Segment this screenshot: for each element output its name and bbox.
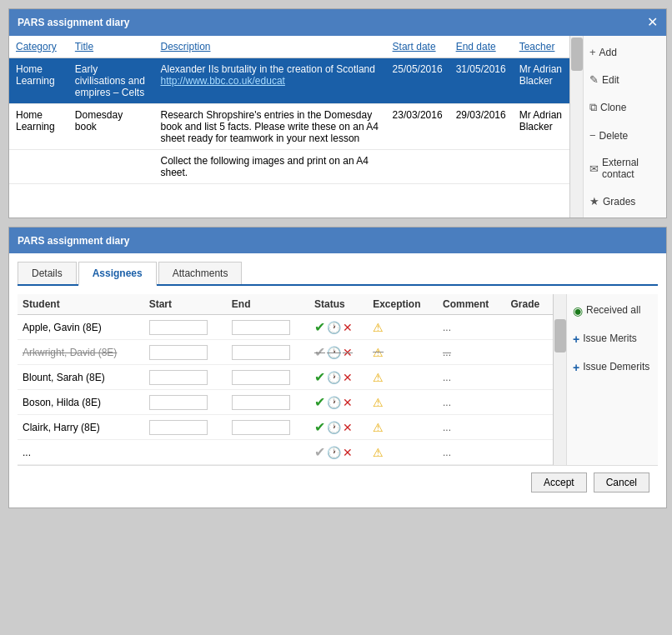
exception-cell[interactable]: ⚠ <box>368 340 438 365</box>
status-cell: ✔🕐✕ <box>309 415 368 440</box>
clock-icon[interactable]: 🕐 <box>327 446 341 459</box>
x-icon[interactable]: ✕ <box>343 421 353 434</box>
accept-button[interactable]: Accept <box>531 472 587 492</box>
top-table: Category Title Description Start date En… <box>9 36 569 184</box>
check-gray-icon[interactable]: ✔ <box>314 444 325 460</box>
status-cell: ✔🕐✕ <box>309 315 368 340</box>
warning-icon[interactable]: ⚠ <box>373 446 384 459</box>
end-date-input[interactable] <box>232 420 290 435</box>
check-icon[interactable]: ✔ <box>314 419 325 435</box>
close-button[interactable]: ✕ <box>647 16 658 29</box>
exception-cell[interactable]: ⚠ <box>368 440 438 465</box>
end-input-cell <box>227 340 309 365</box>
top-table-area: Category Title Description Start date En… <box>9 36 569 218</box>
tab-assignees[interactable]: Assignees <box>78 262 157 286</box>
received-icon: ◉ <box>573 304 583 318</box>
top-scrollbar[interactable] <box>569 36 583 218</box>
table-row[interactable]: Collect the following images and print o… <box>9 150 569 184</box>
col-category[interactable]: Category <box>9 36 68 58</box>
start-date-input[interactable] <box>149 370 208 385</box>
check-icon[interactable]: ✔ <box>314 319 325 335</box>
end-input-cell <box>227 390 309 415</box>
x-red-icon[interactable]: ✕ <box>343 446 353 459</box>
start-date-input[interactable] <box>149 420 208 435</box>
sidebar-icon: + <box>589 46 596 58</box>
clock-active-icon[interactable]: 🕐 <box>327 396 341 409</box>
sidebar-btn-external-contact[interactable]: ✉External contact <box>588 153 662 183</box>
warning-icon[interactable]: ⚠ <box>373 421 384 434</box>
cell-1: Early civilisations and empires – Celts <box>68 58 154 104</box>
x-icon[interactable]: ✕ <box>343 346 353 359</box>
table-row[interactable]: Home LearningEarly civilisations and emp… <box>9 58 569 104</box>
check-icon[interactable]: ✔ <box>314 394 325 410</box>
sidebar-btn-add[interactable]: +Add <box>588 42 662 62</box>
bottom-modal-header: PARS assignment diary <box>9 228 666 253</box>
top-sidebar: +Add✎Edit⧉Clone−Delete✉External contact★… <box>583 36 666 218</box>
top-modal-body: Category Title Description Start date En… <box>9 36 666 218</box>
end-date-input[interactable] <box>232 395 290 410</box>
exception-cell[interactable]: ⚠ <box>368 365 438 390</box>
end-date-input[interactable] <box>232 345 290 360</box>
bottom-scrollbar[interactable] <box>553 294 566 465</box>
start-date-input[interactable] <box>149 320 208 335</box>
assignee-table-wrap: Student Start End Status Exception Comme… <box>18 294 553 465</box>
plus-icon: + <box>573 361 579 374</box>
col-title[interactable]: Title <box>68 36 154 58</box>
description-link[interactable]: http://www.bbc.co.uk/educat <box>160 75 284 87</box>
start-date-input[interactable] <box>149 395 208 410</box>
x-icon[interactable]: ✕ <box>343 396 353 409</box>
comment-dots: ... <box>443 372 451 383</box>
check-gray-icon[interactable]: ✔ <box>314 344 325 360</box>
warning-icon[interactable]: ⚠ <box>373 321 384 334</box>
sidebar-btn-clone[interactable]: ⧉Clone <box>588 98 662 118</box>
tab-details[interactable]: Details <box>18 262 77 284</box>
exception-cell[interactable]: ⚠ <box>368 315 438 340</box>
check-icon[interactable]: ✔ <box>314 369 325 385</box>
col-teacher[interactable]: Teacher <box>513 36 569 58</box>
start-input-cell <box>144 365 227 390</box>
table-row[interactable]: Home LearningDomesday bookResearch Shrop… <box>9 104 569 150</box>
sidebar-icon: ⧉ <box>589 101 597 114</box>
end-input-cell <box>227 365 309 390</box>
sidebar-btn-edit[interactable]: ✎Edit <box>588 70 662 89</box>
cell-1: Domesday book <box>68 104 154 150</box>
assignee-sidebar-btn-received-all[interactable]: ◉Received all <box>571 301 654 321</box>
assignee-sidebar-btn-issue-merits[interactable]: +Issue Merits <box>571 329 654 349</box>
exception-cell[interactable]: ⚠ <box>368 415 438 440</box>
status-cell: ✔🕐✕ <box>309 440 368 465</box>
sidebar-btn-grades[interactable]: ★Grades <box>588 192 662 211</box>
sidebar-btn-delete[interactable]: −Delete <box>588 126 662 145</box>
warning-icon[interactable]: ⚠ <box>373 346 384 359</box>
sidebar-icon: ✉ <box>589 162 599 175</box>
end-date-input[interactable] <box>232 320 290 335</box>
end-date-input[interactable] <box>232 370 290 385</box>
cancel-button[interactable]: Cancel <box>594 472 649 492</box>
cell-3 <box>386 150 449 184</box>
tab-attachments[interactable]: Attachments <box>158 262 243 284</box>
clock-icon[interactable]: 🕐 <box>327 321 341 334</box>
x-icon[interactable]: ✕ <box>343 371 353 384</box>
col-start-date[interactable]: Start date <box>386 36 449 58</box>
assignee-container: Student Start End Status Exception Comme… <box>18 294 658 465</box>
exception-cell[interactable]: ⚠ <box>368 390 438 415</box>
warning-icon[interactable]: ⚠ <box>373 396 384 409</box>
clock-icon[interactable]: 🕐 <box>327 421 341 434</box>
sidebar-btn-label: Grades <box>603 196 635 208</box>
status-cell: ✔🕐✕ <box>309 365 368 390</box>
student-name: Boson, Hilda (8E) <box>18 390 144 415</box>
warning-icon[interactable]: ⚠ <box>373 371 384 384</box>
col-description[interactable]: Description <box>153 36 385 58</box>
clock-icon[interactable]: 🕐 <box>327 346 341 359</box>
x-icon[interactable]: ✕ <box>343 321 353 334</box>
assignee-sidebar-btn-issue-demerits[interactable]: +Issue Demerits <box>571 358 654 378</box>
col-end-date[interactable]: End date <box>449 36 513 58</box>
sidebar-btn-label: Delete <box>599 130 629 142</box>
table-header-row: Category Title Description Start date En… <box>9 36 569 58</box>
start-input-cell <box>144 390 227 415</box>
comment-cell: ... <box>438 390 505 415</box>
start-date-input[interactable] <box>149 345 208 360</box>
clock-icon[interactable]: 🕐 <box>327 371 341 384</box>
sidebar-icon: ✎ <box>589 73 599 86</box>
grade-cell <box>505 390 553 415</box>
col-status: Status <box>309 294 368 315</box>
